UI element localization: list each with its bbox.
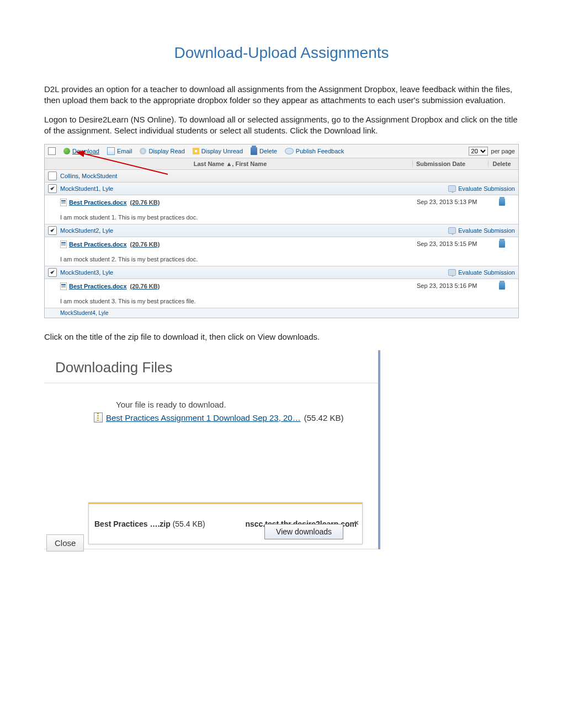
svg-rect-3 (61, 202, 66, 202)
browser-download-bar: Best Practices ….zip (55.4 KB) nscc.test… (88, 502, 363, 544)
publish-icon (285, 148, 294, 154)
download-file-link[interactable]: Best Practices Assignment 1 Download Sep… (106, 413, 301, 422)
download-file-size: (55.42 KB) (304, 413, 344, 422)
student-row: Collins, MockStudent (45, 170, 518, 183)
display-unread-link[interactable]: Display Unread (193, 148, 243, 154)
student-row: MockStudent1, Lyle Evaluate Submission (45, 183, 518, 195)
download-filename: Best Practices ….zip (94, 520, 171, 528)
intro-paragraph-1: D2L provides an option for a teacher to … (44, 84, 519, 106)
view-downloads-button[interactable]: View downloads (264, 524, 343, 539)
check-icon (50, 270, 55, 275)
docx-icon (60, 199, 67, 206)
delete-submission-icon[interactable] (499, 199, 505, 206)
download-link[interactable]: Download (63, 148, 99, 154)
submission-comment: I am mock student 1. This is my best pra… (60, 214, 413, 221)
col-date[interactable]: Submission Date (412, 160, 488, 167)
download-bar-close-icon[interactable]: × (354, 518, 359, 527)
row-checkbox[interactable] (48, 268, 57, 277)
mail-read-icon (140, 148, 146, 154)
file-link[interactable]: Best Practices.docx (20.76 KB) (60, 240, 413, 248)
col-name[interactable]: Last Name ▲, First Name (48, 160, 412, 167)
per-page-label: per page (491, 148, 515, 154)
file-row: Best Practices.docx (20.76 KB) I am mock… (45, 237, 518, 266)
row-checkbox[interactable] (48, 184, 57, 193)
intro-paragraph-3: Click on the title of the zip file to do… (44, 331, 519, 342)
file-row: Best Practices.docx (20.76 KB) I am mock… (45, 195, 518, 224)
submission-date: Sep 23, 2013 5:16 PM (413, 282, 488, 304)
submission-date: Sep 23, 2013 5:15 PM (413, 240, 488, 263)
email-icon (107, 147, 115, 155)
file-row: Best Practices.docx (20.76 KB) I am mock… (45, 279, 518, 308)
close-button[interactable]: Close (46, 534, 84, 552)
select-all-checkbox[interactable] (48, 147, 56, 155)
submission-comment: I am mock student 2. This is my best pra… (60, 256, 413, 263)
evaluate-submission-link[interactable]: Evaluate Submission (458, 227, 515, 234)
mail-unread-icon (193, 148, 199, 154)
student-name-link[interactable]: MockStudent1, Lyle (60, 185, 448, 192)
student-row-cutoff: MockStudent4, Lyle (45, 308, 518, 318)
col-delete: Delete (488, 160, 515, 167)
svg-rect-12 (61, 287, 66, 287)
downloading-files-screenshot: Downloading Files Your file is ready to … (44, 350, 380, 549)
ready-label: Your file is ready to download. (116, 400, 356, 409)
check-icon (50, 186, 55, 191)
docx-icon (60, 282, 67, 290)
submission-date: Sep 23, 2013 5:13 PM (413, 199, 488, 221)
svg-rect-8 (61, 245, 66, 245)
feedback-icon (448, 227, 456, 234)
delete-submission-icon[interactable] (499, 282, 505, 290)
svg-rect-4 (61, 203, 66, 204)
student-name-link[interactable]: Collins, MockStudent (60, 173, 515, 179)
delete-submission-icon[interactable] (499, 240, 505, 248)
per-page-select[interactable]: 20 (469, 147, 488, 156)
svg-rect-6 (61, 242, 66, 243)
download-filesize: (55.4 KB) (173, 520, 205, 528)
check-icon (50, 228, 55, 233)
download-icon (63, 148, 70, 154)
row-checkbox[interactable] (48, 226, 57, 235)
submissions-screenshot: Download Email Display Read Display Unre… (44, 144, 519, 318)
zip-file-icon (94, 413, 103, 422)
file-link[interactable]: Best Practices.docx (20.76 KB) (60, 199, 413, 206)
intro-paragraph-2: Logon to Desire2Learn (NS Online). To do… (44, 114, 519, 137)
student-name-link[interactable]: MockStudent2, Lyle (60, 227, 448, 234)
email-link[interactable]: Email (107, 147, 132, 155)
display-read-link[interactable]: Display Read (140, 148, 184, 154)
doc-title: Download-Upload Assignments (44, 44, 519, 62)
delete-link[interactable]: Delete (251, 147, 277, 155)
row-checkbox[interactable] (48, 172, 57, 180)
svg-rect-11 (61, 286, 66, 286)
student-row: MockStudent2, Lyle Evaluate Submission (45, 224, 518, 237)
svg-rect-2 (61, 200, 66, 201)
file-link[interactable]: Best Practices.docx (20.76 KB) (60, 282, 413, 290)
publish-feedback-link[interactable]: Publish Feedback (285, 148, 344, 154)
evaluate-submission-link[interactable]: Evaluate Submission (458, 269, 515, 276)
feedback-icon (448, 269, 456, 276)
student-name-link[interactable]: MockStudent3, Lyle (60, 269, 448, 276)
svg-rect-7 (61, 244, 66, 244)
feedback-icon (448, 185, 456, 192)
student-row: MockStudent3, Lyle Evaluate Submission (45, 266, 518, 279)
docx-icon (60, 240, 67, 248)
evaluate-submission-link[interactable]: Evaluate Submission (458, 185, 515, 192)
svg-rect-10 (61, 284, 66, 285)
dialog-heading: Downloading Files (44, 350, 378, 383)
trash-icon (251, 147, 257, 155)
submission-comment: I am mock student 3. This is my best pra… (60, 298, 413, 304)
